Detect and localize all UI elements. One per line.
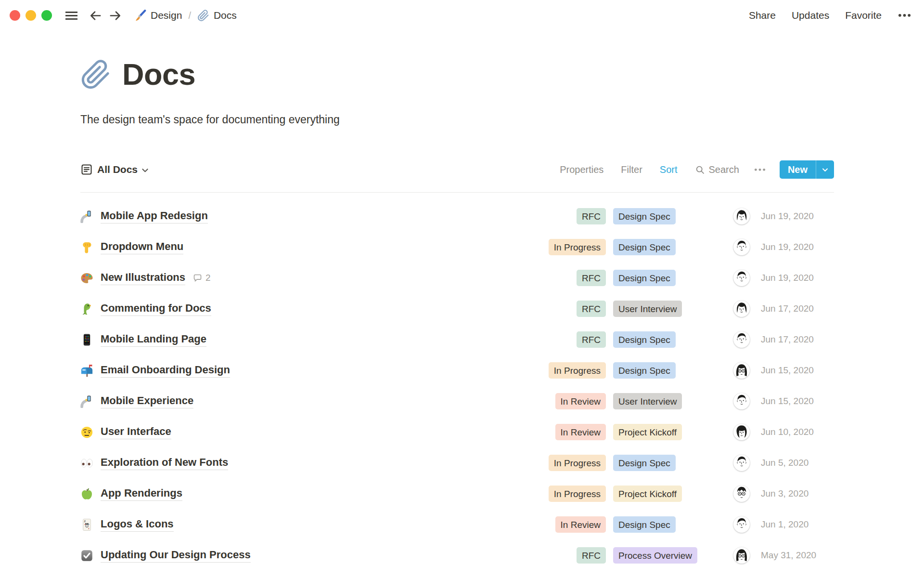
edited-date: Jun 19, 2020 [761,273,834,283]
table-row[interactable]: Mobile App Redesign RFC Design Spec Jun … [80,201,834,232]
table-row[interactable]: User Interface In Review Project Kickoff… [80,417,834,447]
breadcrumb-item-docs[interactable]: Docs [214,10,237,21]
doctype-cell: Design Spec [613,270,721,286]
table-row[interactable]: Mobile Experience In Review User Intervi… [80,386,834,417]
status-tag[interactable]: RFC [577,331,606,348]
doc-title-link[interactable]: Email Onboarding Design [101,364,230,378]
sort-button[interactable]: Sort [660,164,678,175]
page-paperclip-icon[interactable] [80,59,111,90]
avatar-man [733,393,750,409]
joker-card-icon: Jr [80,518,93,531]
doc-title-link[interactable]: App Renderings [101,487,182,501]
doc-title-link[interactable]: Exploration of New Fonts [101,456,228,470]
selfie-icon [80,210,93,223]
search-button[interactable]: Search [695,164,739,175]
more-options-icon[interactable] [898,13,911,18]
avatar-man [733,239,750,255]
status-cell: In Progress [514,455,606,471]
table-row[interactable]: App Renderings In Progress Project Kicko… [80,478,834,509]
doctype-tag[interactable]: User Interview [613,301,682,317]
new-button-label[interactable]: New [780,160,816,179]
share-button[interactable]: Share [749,10,776,21]
traffic-lights [10,10,52,21]
status-cell: In Review [514,393,606,409]
table-row[interactable]: New Illustrations 2 RFC Design Spec Jun … [80,263,834,293]
doc-title-link[interactable]: Logos & Icons [101,518,174,532]
table-row[interactable]: Email Onboarding Design In Progress Desi… [80,355,834,386]
doctype-tag[interactable]: Design Spec [613,270,676,286]
status-cell: RFC [514,270,606,286]
breadcrumb-separator: / [188,10,191,21]
doctype-tag[interactable]: Process Overview [613,547,697,564]
status-tag[interactable]: RFC [577,270,606,286]
doc-name-cell: Dropdown Menu [80,240,514,254]
status-tag[interactable]: In Review [555,424,606,440]
toolbar-controls: Properties Filter Sort Search New [542,160,834,179]
status-tag[interactable]: RFC [577,547,606,564]
page-subtitle[interactable]: The design team's space for documenting … [80,113,847,127]
back-arrow-icon[interactable] [88,8,103,23]
close-window-icon[interactable] [10,10,20,21]
doctype-tag[interactable]: Design Spec [613,516,676,533]
new-button[interactable]: New [780,160,834,179]
page-content: Docs The design team's space for documen… [0,58,847,571]
sidebar-menu-icon[interactable] [64,8,79,24]
svg-text:r: r [89,527,90,530]
table-row[interactable]: Exploration of New Fonts In Progress Des… [80,447,834,478]
breadcrumb-item-design[interactable]: Design [151,10,182,21]
status-tag[interactable]: In Progress [549,362,606,379]
doctype-tag[interactable]: Project Kickoff [613,424,682,440]
selfie-icon [80,395,93,408]
properties-button[interactable]: Properties [560,164,603,175]
status-tag[interactable]: In Review [555,516,606,533]
topbar-actions: Share Updates Favorite [749,10,911,21]
doctype-tag[interactable]: User Interview [613,393,682,409]
doc-title-link[interactable]: User Interface [101,425,171,439]
status-cell: RFC [514,331,606,348]
view-options-icon[interactable] [754,168,766,171]
new-dropdown-chevron-icon[interactable] [816,160,834,179]
forward-arrow-icon[interactable] [108,8,123,23]
table-row[interactable]: Commenting for Docs RFC User Interview J… [80,293,834,324]
minimize-window-icon[interactable] [26,10,36,21]
filter-button[interactable]: Filter [621,164,642,175]
doctype-tag[interactable]: Design Spec [613,239,676,255]
doc-title-link[interactable]: Commenting for Docs [101,302,211,316]
doc-name-cell: Commenting for Docs [80,302,514,316]
doc-title-link[interactable]: Dropdown Menu [101,240,183,254]
doctype-cell: User Interview [613,393,721,409]
doctype-tag[interactable]: Design Spec [613,362,676,379]
status-tag[interactable]: In Progress [549,455,606,471]
avatar-woman-bob [733,301,750,317]
edited-date: Jun 19, 2020 [761,211,834,222]
doc-title-link[interactable]: Mobile Landing Page [101,333,206,347]
status-tag[interactable]: RFC [577,301,606,317]
doc-title-link[interactable]: Mobile Experience [101,394,193,408]
favorite-button[interactable]: Favorite [845,10,882,21]
table-row[interactable]: Mobile Landing Page RFC Design Spec Jun … [80,324,834,355]
status-tag[interactable]: In Progress [549,239,606,255]
doctype-tag[interactable]: Design Spec [613,331,676,348]
table-row[interactable]: Updating Our Design Process RFC Process … [80,540,834,571]
status-tag[interactable]: RFC [577,208,606,224]
page-title[interactable]: Docs [122,58,195,90]
paintbrush-icon [134,10,146,22]
status-tag[interactable]: In Review [555,393,606,409]
updates-button[interactable]: Updates [792,10,829,21]
doc-title-link[interactable]: Updating Our Design Process [101,549,251,563]
doctype-cell: User Interview [613,301,721,317]
status-tag[interactable]: In Progress [549,486,606,502]
docs-table: Mobile App Redesign RFC Design Spec Jun … [80,192,834,571]
comment-count-badge[interactable]: 2 [192,273,211,283]
doctype-tag[interactable]: Project Kickoff [613,486,682,502]
table-row[interactable]: Dropdown Menu In Progress Design Spec Ju… [80,232,834,263]
doc-name-cell: Email Onboarding Design [80,364,514,378]
palette-icon [80,272,93,285]
doctype-tag[interactable]: Design Spec [613,208,676,224]
doctype-tag[interactable]: Design Spec [613,455,676,471]
table-row[interactable]: Jr Logos & Icons In Review Design Spec J… [80,509,834,540]
doc-title-link[interactable]: New Illustrations [101,271,185,285]
zoom-window-icon[interactable] [41,10,52,21]
view-switcher[interactable]: All Docs [80,163,149,176]
doc-title-link[interactable]: Mobile App Redesign [101,210,208,223]
